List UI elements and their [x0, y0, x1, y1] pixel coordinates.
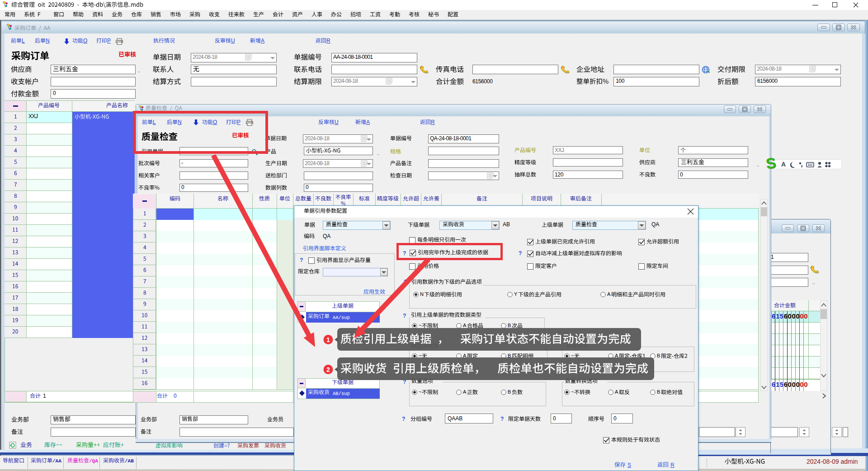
svg-text:A: A	[781, 161, 786, 168]
svg-text:2: 2	[326, 366, 330, 373]
svg-text:1: 1	[326, 336, 330, 343]
